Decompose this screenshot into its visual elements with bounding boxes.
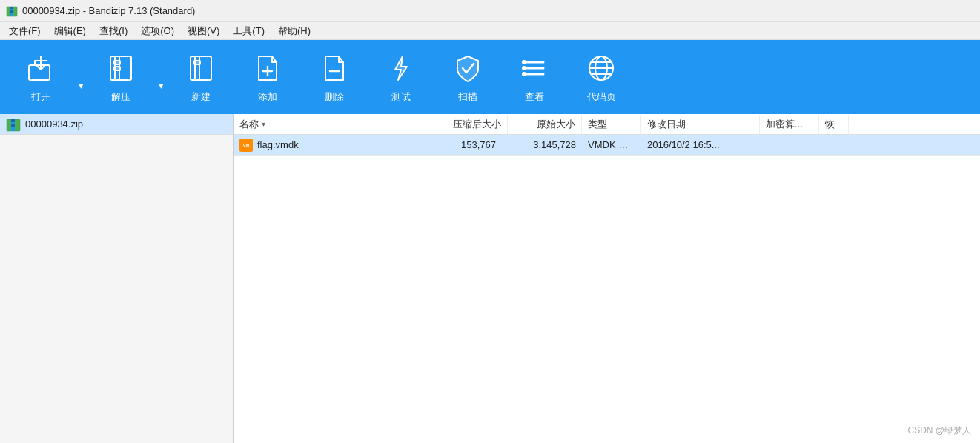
col-header-encrypt[interactable]: 加密算... [760,115,819,134]
toolbar: 打开 ▾ 解压 ▾ [0,40,980,114]
file-original-size: 3,145,728 [508,136,582,153]
extract-button-group: 解压 ▾ [87,44,168,110]
open-button[interactable]: 打开 [7,44,74,110]
title-bar: 00000934.zip - Bandizip 7.13 (Standard) [0,0,980,22]
svg-point-20 [523,67,526,70]
new-label: 新建 [191,90,211,104]
file-type: VMDK 文件 [582,136,641,155]
open-button-group: 打开 ▾ [7,44,87,110]
svg-rect-13 [194,61,200,64]
delete-button[interactable]: 删除 [301,44,368,110]
col-header-date[interactable]: 修改日期 [641,115,760,134]
col-header-original[interactable]: 原始大小 [508,115,582,134]
extract-label: 解压 [111,90,130,104]
svg-rect-31 [11,124,15,127]
svg-rect-30 [11,119,15,122]
window-title: 00000934.zip - Bandizip 7.13 (Standard) [22,5,195,16]
right-panel: 名称 ▾ 压缩后大小 原始大小 类型 修改日期 加密算... 恢 [234,114,980,443]
svg-point-22 [523,73,526,76]
open-icon [23,50,59,86]
svg-rect-3 [10,10,13,13]
new-icon [183,50,219,86]
add-label: 添加 [258,90,277,104]
add-icon [250,50,285,86]
sort-arrow-name: ▾ [262,120,265,128]
main-area: 00000934.zip 名称 ▾ 压缩后大小 原始大小 类型 修改日期 加密算… [0,114,980,443]
file-name-cell: VM flag.vmdk [234,136,426,155]
menu-bar: 文件(F) 编辑(E) 查找(I) 选项(O) 视图(V) 工具(T) 帮助(H… [0,22,980,40]
open-label: 打开 [31,90,50,104]
view-button[interactable]: 查看 [501,44,568,110]
codepage-button[interactable]: 代码页 [568,44,635,110]
view-icon [517,50,552,86]
col-header-recover[interactable]: 恢 [819,115,849,134]
watermark: CSDN @绿梦人 [907,424,971,437]
menu-help[interactable]: 帮助(H) [272,23,317,39]
svg-rect-10 [191,56,211,80]
tree-item-label: 00000934.zip [25,119,83,130]
left-panel: 00000934.zip [0,114,234,443]
extract-button[interactable]: 解压 [87,44,154,110]
open-dropdown-arrow[interactable]: ▾ [74,44,87,110]
codepage-icon [583,50,619,86]
menu-edit[interactable]: 编辑(E) [48,23,92,39]
tree-item-zip[interactable]: 00000934.zip [0,114,233,135]
app-icon [6,5,18,17]
test-icon [383,50,419,86]
svg-rect-2 [10,7,13,9]
menu-options[interactable]: 选项(O) [135,23,180,39]
file-row[interactable]: VM flag.vmdk 153,767 3,145,728 VMDK 文件 2… [234,135,980,156]
col-header-compressed[interactable]: 压缩后大小 [426,115,508,134]
menu-tools[interactable]: 工具(T) [227,23,271,39]
col-header-name[interactable]: 名称 ▾ [234,115,426,134]
scan-button[interactable]: 扫描 [434,44,501,110]
new-button[interactable]: 新建 [168,44,234,110]
test-button[interactable]: 测试 [368,44,434,110]
add-button[interactable]: 添加 [234,44,301,110]
menu-file[interactable]: 文件(F) [3,23,47,39]
scan-icon [450,50,486,86]
file-compressed-size: 153,767 [426,136,508,153]
file-date: 2016/10/2 16:5... [641,136,760,153]
extract-dropdown-arrow[interactable]: ▾ [154,44,168,110]
zip-tree-icon [6,117,21,132]
col-header-type[interactable]: 类型 [582,115,641,134]
svg-rect-9 [114,67,120,70]
column-headers: 名称 ▾ 压缩后大小 原始大小 类型 修改日期 加密算... 恢 [234,114,980,135]
test-label: 测试 [391,90,411,104]
vmdk-icon: VM [239,139,253,152]
file-name: flag.vmdk [257,139,299,150]
delete-label: 删除 [325,90,344,104]
menu-view[interactable]: 视图(V) [182,23,225,39]
menu-find[interactable]: 查找(I) [93,23,133,39]
delete-icon [317,50,352,86]
svg-rect-8 [114,61,120,64]
extract-icon [103,50,139,86]
codepage-label: 代码页 [587,90,616,104]
view-label: 查看 [525,90,544,104]
svg-point-18 [523,61,526,64]
scan-label: 扫描 [458,90,477,104]
